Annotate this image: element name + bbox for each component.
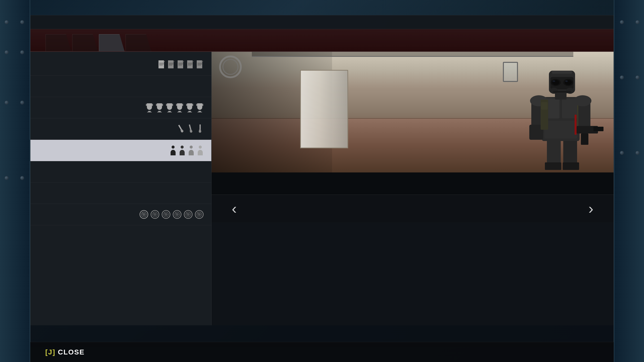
doc-icon-3: [177, 60, 185, 69]
svg-rect-17: [188, 63, 192, 63]
main-container: ‹ ›: [30, 15, 614, 347]
gear-inner: [222, 59, 238, 75]
concept-art-icons: [177, 124, 204, 133]
record-icon-6: [195, 210, 204, 219]
doc-icon-4: [187, 60, 194, 69]
svg-rect-31: [178, 111, 181, 112]
rivet: [620, 20, 624, 24]
svg-rect-37: [178, 125, 182, 130]
brush-icon-2: [186, 124, 195, 134]
svg-rect-27: [158, 111, 161, 112]
trophy-icon-2: [155, 103, 164, 112]
svg-rect-8: [169, 64, 173, 64]
svg-rect-97: [553, 91, 571, 93]
tab-perks[interactable]: [72, 34, 98, 51]
detail-image: [212, 52, 614, 172]
rivet: [635, 151, 639, 155]
person-icon-2: [179, 145, 186, 155]
left-panel-bg: [0, 0, 30, 362]
close-key-indicator: [J]: [45, 348, 55, 356]
row-characters[interactable]: [30, 140, 211, 161]
brush-icon-3: [196, 124, 204, 133]
trophy-icon-5: [186, 103, 194, 112]
svg-point-67: [188, 214, 189, 215]
person-icon-1: [170, 145, 177, 155]
svg-rect-14: [178, 65, 182, 65]
record-icon-4: [173, 210, 182, 219]
rivet: [20, 176, 24, 180]
svg-rect-88: [581, 133, 588, 145]
tab-notes[interactable]: [46, 34, 71, 51]
door-opening: [300, 70, 348, 148]
svg-rect-29: [168, 111, 171, 112]
svg-rect-38: [189, 124, 191, 130]
record-icon-1: [139, 210, 148, 219]
svg-rect-23: [197, 64, 202, 64]
svg-rect-34: [187, 112, 192, 112]
person-icon-4: [197, 145, 204, 155]
rivet: [20, 20, 24, 24]
enigma-icons: [158, 60, 204, 69]
record-icon-5: [184, 210, 193, 219]
svg-rect-19: [188, 65, 191, 65]
svg-point-72: [199, 214, 200, 215]
footer-note: [30, 315, 211, 323]
tabs-bar: [30, 29, 614, 52]
svg-rect-12: [178, 63, 183, 63]
svg-rect-3: [159, 64, 164, 64]
trophy-icon-6: [196, 103, 204, 112]
svg-point-62: [177, 214, 178, 215]
svg-point-57: [166, 214, 167, 215]
detail-panel: ‹ ›: [212, 52, 614, 325]
row-enigma-codes[interactable]: [30, 54, 211, 76]
svg-rect-76: [545, 162, 561, 170]
svg-rect-18: [188, 64, 192, 64]
row-records[interactable]: [30, 161, 211, 183]
rivet: [20, 50, 24, 54]
svg-rect-32: [177, 112, 182, 112]
rivet: [20, 101, 24, 105]
row-armor-upgrade[interactable]: [30, 183, 211, 204]
svg-rect-2: [159, 63, 164, 63]
row-recordings[interactable]: [30, 204, 211, 225]
record-icon-2: [150, 210, 159, 219]
doc-icon-5: [196, 60, 204, 69]
svg-rect-36: [197, 112, 202, 112]
tab-tutorials[interactable]: [126, 34, 151, 51]
doc-icon-1: [158, 60, 166, 69]
row-gold[interactable]: [30, 97, 211, 118]
right-panel-bg: [614, 0, 644, 362]
row-concept-art[interactable]: [30, 118, 211, 140]
svg-rect-98: [552, 71, 572, 74]
characters-icons: [170, 145, 204, 155]
svg-rect-25: [148, 111, 151, 112]
prev-arrow[interactable]: ‹: [227, 197, 242, 220]
svg-rect-28: [157, 112, 162, 112]
doc-icon-2: [168, 60, 175, 69]
row-letter[interactable]: [30, 76, 211, 97]
tab-collectibles[interactable]: [99, 34, 125, 51]
record-icon-3: [162, 210, 171, 219]
svg-rect-24: [197, 65, 201, 65]
svg-point-91: [574, 95, 591, 106]
gold-icons: [145, 103, 204, 112]
svg-rect-4: [159, 65, 163, 65]
trophy-icon-4: [176, 103, 184, 112]
next-arrow[interactable]: ›: [583, 197, 598, 220]
door-light: [301, 71, 348, 148]
person-icon-3: [188, 145, 195, 155]
close-label: CLOSE: [58, 348, 85, 356]
svg-point-41: [181, 146, 184, 149]
trophy-icon-3: [166, 103, 174, 112]
rivet: [635, 75, 639, 79]
close-button[interactable]: [J] CLOSE: [45, 348, 85, 356]
svg-rect-83: [575, 115, 577, 135]
rivet: [635, 20, 639, 24]
header: [30, 15, 614, 29]
svg-point-52: [154, 214, 155, 215]
svg-rect-39: [199, 124, 201, 129]
rivet: [5, 50, 9, 54]
svg-point-47: [143, 214, 144, 215]
svg-point-40: [172, 146, 175, 149]
brush-icon-1: [175, 123, 186, 135]
